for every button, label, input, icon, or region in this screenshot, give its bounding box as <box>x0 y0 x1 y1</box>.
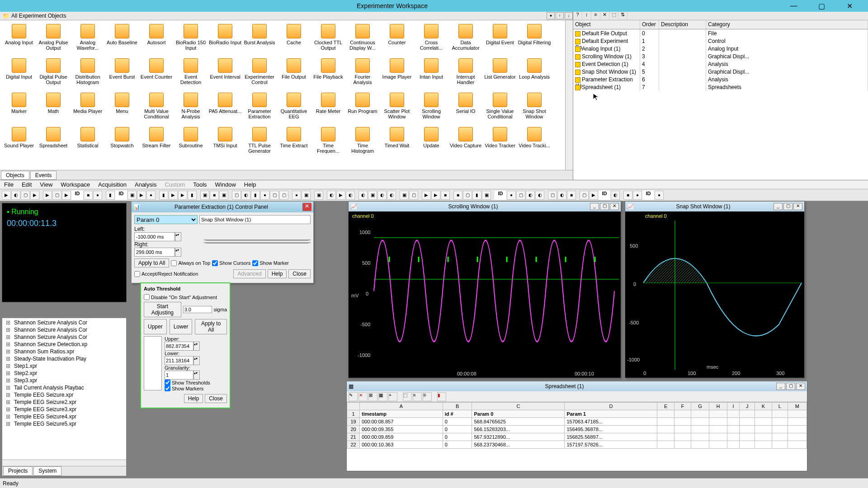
file-item[interactable]: Shannon Seizure Analysis Cor <box>3 326 125 333</box>
minimize-button[interactable]: — <box>784 0 803 12</box>
object-row[interactable]: Default Experiment Co...1Control <box>573 37 868 45</box>
gran-spinner[interactable]: ▴▾ <box>193 371 200 380</box>
tab-events[interactable]: Events <box>30 171 57 180</box>
obj-btn-1[interactable]: ↕ <box>582 12 591 20</box>
show-cursors-check[interactable]: Show Cursors <box>212 260 250 266</box>
toolbar-button-16[interactable]: ▶ <box>178 191 187 200</box>
toolbar-button-47[interactable]: ● <box>507 191 516 200</box>
table-row[interactable]: 20000:00:09.3550566.15283203...156495.36… <box>347 426 807 433</box>
toolbar-button-8[interactable]: ● <box>93 191 102 200</box>
thresh-apply-button[interactable]: Apply to All <box>195 319 227 334</box>
object-row[interactable]: Snap Shot Window (1)5Graphical Displ... <box>573 68 868 75</box>
sort-down-button[interactable]: ↓ <box>565 12 573 19</box>
file-item[interactable]: Shannon Seizure Detection.xp <box>3 341 125 348</box>
tool-item[interactable]: Time Histogram <box>345 125 380 160</box>
toolbar-button-53[interactable]: ■ <box>567 191 576 200</box>
tool-item[interactable]: Interrupt Handler <box>448 56 483 91</box>
col-header[interactable]: K <box>755 403 772 410</box>
tool-item[interactable]: Burst Analysis <box>242 22 277 56</box>
sp-btn-6[interactable]: ⬚ <box>403 392 412 401</box>
right-spinner[interactable]: ▴▾ <box>175 248 181 257</box>
toolbar-button-6[interactable]: ▶ <box>62 191 71 200</box>
start-adjusting-button[interactable]: Start Adjusting <box>144 302 181 317</box>
tool-item[interactable]: Intan Input <box>414 56 448 91</box>
toolbar-button-18[interactable]: ▣ <box>200 191 209 200</box>
tool-item[interactable]: Subroutine <box>174 125 208 160</box>
toolbar-button-7[interactable]: ■ <box>84 191 93 200</box>
tool-item[interactable]: Menu <box>105 91 139 125</box>
toolbar-button-27[interactable]: ● <box>292 191 301 200</box>
file-item[interactable]: Step3.xpr <box>3 377 125 384</box>
show-markers-check[interactable]: Show Markers <box>165 385 227 391</box>
toolbar-button-25[interactable]: ▢ <box>270 191 279 200</box>
col-header[interactable]: C <box>472 403 565 410</box>
left-value-input[interactable] <box>134 232 175 241</box>
apply-all-button[interactable]: Apply to All <box>134 258 169 267</box>
toolbar-button-42[interactable]: ■ <box>453 191 462 200</box>
file-tab-projects[interactable]: Projects <box>3 466 33 476</box>
tool-item[interactable]: Video Tracker <box>483 125 517 160</box>
toolbar-button-56[interactable]: ID <box>599 191 610 200</box>
tool-item[interactable]: Loop Analysis <box>517 56 552 91</box>
toolbar-button-46[interactable]: ID <box>495 191 506 200</box>
file-tab-system[interactable]: System <box>33 466 61 476</box>
close-button[interactable]: ✕ <box>840 0 859 12</box>
tool-item[interactable]: Timed Wait <box>380 125 414 160</box>
tool-item[interactable]: Distribution Histogram <box>71 56 105 91</box>
toolbar-button-59[interactable]: ● <box>633 191 642 200</box>
toolbar-button-33[interactable]: ◐ <box>359 191 368 200</box>
col-header[interactable]: L <box>772 403 788 410</box>
tool-item[interactable]: Run Program <box>345 91 380 125</box>
toolbar-button-20[interactable]: ▣ <box>219 191 228 200</box>
col-category[interactable]: Category <box>706 20 868 29</box>
file-item[interactable]: Tail Current Analysis Playbac <box>3 384 125 391</box>
toolbar-button-49[interactable]: ◐ <box>526 191 535 200</box>
sp-btn-3[interactable]: ⊠ <box>368 392 377 401</box>
file-item[interactable]: Shannon Seizure Analysis Cor <box>3 319 125 326</box>
always-on-top-check[interactable]: Always on Top <box>171 260 210 266</box>
file-item[interactable]: Steady-State Inactivation Play <box>3 355 125 362</box>
toolbar-button-40[interactable]: ▶ <box>431 191 440 200</box>
toolbar-button-34[interactable]: ▣ <box>368 191 377 200</box>
upper-spinner[interactable]: ▴▾ <box>193 342 200 351</box>
obj-btn-3[interactable]: ✕ <box>600 12 609 20</box>
tool-item[interactable]: Multi Value Conditional <box>139 91 174 125</box>
tool-item[interactable]: Sound Player <box>2 125 36 160</box>
win-close-button[interactable]: ✕ <box>610 203 619 210</box>
tool-item[interactable]: N-Probe Analysis <box>174 91 208 125</box>
tool-item[interactable]: Clocked TTL Output <box>311 22 345 56</box>
tool-item[interactable]: Analog Wavefor... <box>71 22 105 56</box>
tool-scrollbar[interactable] <box>565 20 573 170</box>
object-row[interactable]: Parameter Extraction (1)6Analysis <box>573 75 868 83</box>
sigma-input[interactable] <box>183 306 212 313</box>
sp-btn-9[interactable]: ▮ <box>437 392 446 401</box>
win-close-button[interactable]: ✕ <box>793 203 802 210</box>
col-header[interactable]: A <box>360 403 443 410</box>
tool-item[interactable]: Spreadsheet <box>36 125 71 160</box>
tool-item[interactable]: List Generator <box>483 56 517 91</box>
toolbar-button-15[interactable]: ▶ <box>169 191 178 200</box>
show-marker-check[interactable]: Show Marker <box>252 260 289 266</box>
h-scrollbar[interactable] <box>2 460 126 466</box>
object-row[interactable]: Default File Output0File <box>573 29 868 37</box>
menu-file[interactable]: File <box>0 181 18 188</box>
menu-help[interactable]: Help <box>240 181 260 188</box>
toolbar-button-19[interactable]: ■ <box>210 191 219 200</box>
tool-item[interactable]: Data Accumulator <box>448 22 483 56</box>
tool-item[interactable]: Stopwatch <box>105 125 139 160</box>
tool-item[interactable]: TTL Pulse Generator <box>242 125 277 160</box>
help-button[interactable]: Help <box>268 269 287 278</box>
tool-item[interactable]: Event Counter <box>139 56 174 91</box>
dropdown-button[interactable]: ▾ <box>547 12 555 19</box>
menu-view[interactable]: View <box>36 181 57 188</box>
obj-btn-5[interactable]: ⇅ <box>618 12 627 20</box>
menu-edit[interactable]: Edit <box>18 181 36 188</box>
toolbar-button-9[interactable]: ▮ <box>106 191 115 200</box>
sp-btn-2[interactable]: ✕ <box>359 392 368 401</box>
snapshot-chart[interactable]: channel 0 500 0 -500 -1000 0 100 200 300… <box>625 211 804 378</box>
toolbar-button-11[interactable]: ▣ <box>127 191 137 200</box>
toolbar-button-50[interactable]: ◐ <box>535 191 544 200</box>
toolbar-button-36[interactable]: ◐ <box>387 191 396 200</box>
min-button[interactable]: _ <box>774 203 783 210</box>
max-button[interactable]: ▢ <box>786 383 795 390</box>
